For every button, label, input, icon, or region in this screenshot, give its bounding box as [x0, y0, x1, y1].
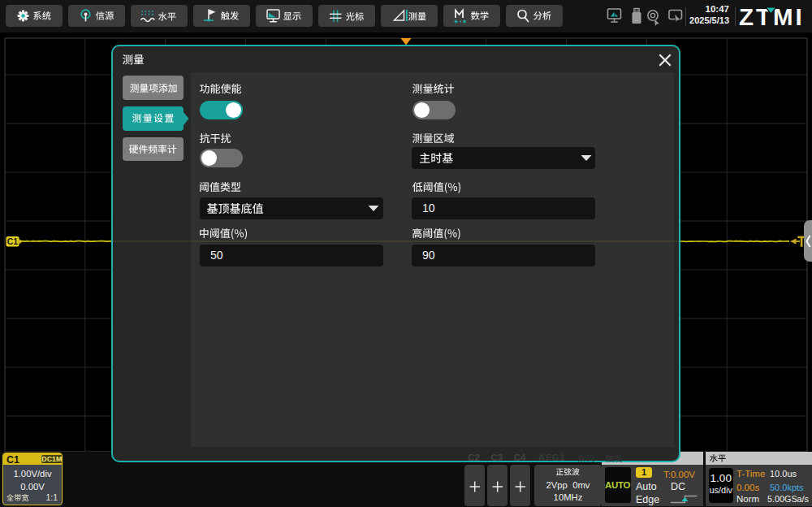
svg-text:C1: C1 [7, 236, 19, 246]
